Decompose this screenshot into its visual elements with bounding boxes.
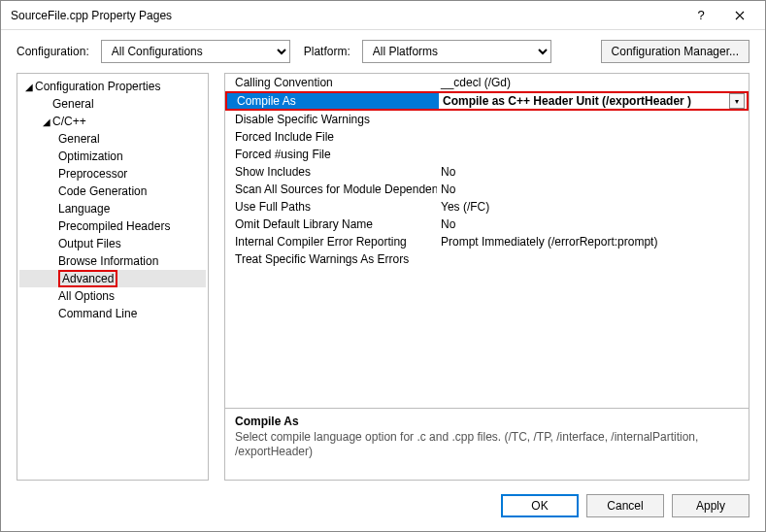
prop-name: Forced #using File (225, 148, 437, 161)
grid-row[interactable]: Use Full Paths Yes (/FC) (225, 198, 749, 216)
configuration-label: Configuration: (17, 45, 89, 58)
close-icon (735, 11, 745, 20)
grid-row[interactable]: Forced Include File (225, 128, 749, 146)
prop-name: Compile As (227, 93, 439, 109)
prop-name: Disable Specific Warnings (225, 113, 437, 126)
prop-name: Calling Convention (225, 76, 437, 89)
grid-row[interactable]: Calling Convention __cdecl (/Gd) (225, 74, 749, 91)
prop-name: Treat Specific Warnings As Errors (225, 252, 437, 266)
grid-row[interactable]: Treat Specific Warnings As Errors (225, 250, 749, 268)
help-button[interactable]: ? (682, 2, 720, 29)
tree-label: Code Generation (58, 184, 147, 198)
tree-item-cpp-cmdline[interactable]: Command Line (19, 305, 206, 322)
property-grid[interactable]: Calling Convention __cdecl (/Gd) Compile… (224, 73, 749, 409)
grid-row[interactable]: Forced #using File (225, 146, 749, 163)
grid-row-selected[interactable]: Compile As Compile as C++ Header Unit (/… (225, 91, 749, 111)
prop-value[interactable]: __cdecl (/Gd) (437, 76, 749, 89)
prop-value[interactable]: No (437, 217, 749, 231)
prop-value[interactable]: No (437, 165, 749, 179)
tree-label: Preprocessor (58, 167, 127, 181)
tree-label: Advanced (58, 270, 117, 287)
chevron-down-icon: ▾ (735, 97, 739, 106)
grid-row[interactable]: Disable Specific Warnings (225, 111, 749, 128)
tree-item-cpp-output[interactable]: Output Files (19, 235, 206, 252)
tree-item-cpp-codegen[interactable]: Code Generation (19, 183, 206, 200)
tree-item-cpp-pch[interactable]: Precompiled Headers (19, 217, 206, 235)
configuration-toolbar: Configuration: All Configurations Platfo… (1, 30, 765, 73)
tree-item-general[interactable]: General (19, 95, 206, 113)
tree-item-cpp-alloptions[interactable]: All Options (19, 287, 206, 305)
grid-row[interactable]: Internal Compiler Error Reporting Prompt… (225, 233, 749, 250)
prop-value[interactable]: Prompt Immediately (/errorReport:prompt) (437, 235, 749, 249)
description-panel: Compile As Select compile language optio… (224, 409, 749, 481)
tree-item-cpp[interactable]: ◢ C/C++ (19, 113, 206, 130)
tree-item-cpp-preprocessor[interactable]: Preprocessor (19, 165, 206, 183)
tree-label: C/C++ (52, 115, 86, 128)
tree-root-config-props[interactable]: ◢ Configuration Properties (19, 78, 206, 95)
tree-label: All Options (58, 289, 115, 303)
description-body: Select compile language option for .c an… (235, 430, 739, 459)
description-title: Compile As (235, 415, 739, 428)
tree-label: General (52, 97, 94, 111)
tree-label: Language (58, 202, 110, 216)
tree-item-cpp-optimization[interactable]: Optimization (19, 148, 206, 165)
close-button[interactable] (720, 2, 759, 29)
property-tree[interactable]: ◢ Configuration Properties General ◢ C/C… (17, 73, 209, 481)
property-pages-window: SourceFile.cpp Property Pages ? Configur… (0, 0, 766, 532)
tree-label: Optimization (58, 150, 123, 163)
grid-row[interactable]: Omit Default Library Name No (225, 216, 749, 233)
right-pane: Calling Convention __cdecl (/Gd) Compile… (224, 73, 749, 481)
cancel-button[interactable]: Cancel (586, 494, 664, 517)
prop-name: Omit Default Library Name (225, 217, 437, 231)
apply-button[interactable]: Apply (672, 494, 749, 517)
tree-item-cpp-language[interactable]: Language (19, 200, 206, 217)
tree-item-cpp-advanced[interactable]: Advanced (19, 270, 206, 287)
prop-name: Forced Include File (225, 130, 437, 144)
tree-label: Command Line (58, 307, 137, 320)
prop-value[interactable]: Yes (/FC) (437, 200, 749, 214)
platform-label: Platform: (304, 45, 350, 58)
window-title: SourceFile.cpp Property Pages (11, 9, 682, 22)
configuration-select[interactable]: All Configurations (101, 40, 290, 63)
dropdown-button[interactable]: ▾ (729, 93, 745, 109)
titlebar: SourceFile.cpp Property Pages ? (1, 1, 765, 30)
tree-label: Configuration Properties (35, 80, 160, 93)
dialog-buttons: OK Cancel Apply (1, 484, 765, 531)
prop-name: Show Includes (225, 165, 437, 179)
expander-icon: ◢ (23, 82, 35, 92)
ok-button[interactable]: OK (501, 494, 579, 517)
tree-label: Precompiled Headers (58, 219, 170, 233)
configuration-manager-button[interactable]: Configuration Manager... (601, 40, 749, 63)
tree-item-cpp-general[interactable]: General (19, 130, 206, 148)
grid-row[interactable]: Show Includes No (225, 163, 749, 181)
prop-value[interactable]: No (437, 183, 749, 196)
dialog-body: ◢ Configuration Properties General ◢ C/C… (1, 73, 765, 484)
prop-name: Scan All Sources for Module Dependen (225, 183, 437, 196)
tree-label: Output Files (58, 237, 121, 250)
tree-item-cpp-browse[interactable]: Browse Information (19, 252, 206, 270)
tree-label: General (58, 132, 100, 146)
grid-row[interactable]: Scan All Sources for Module Dependen No (225, 181, 749, 198)
prop-name: Internal Compiler Error Reporting (225, 235, 437, 249)
prop-value[interactable]: Compile as C++ Header Unit (/exportHeade… (439, 93, 729, 109)
tree-label: Browse Information (58, 254, 158, 268)
expander-icon: ◢ (41, 116, 52, 127)
prop-name: Use Full Paths (225, 200, 437, 214)
platform-select[interactable]: All Platforms (362, 40, 551, 63)
